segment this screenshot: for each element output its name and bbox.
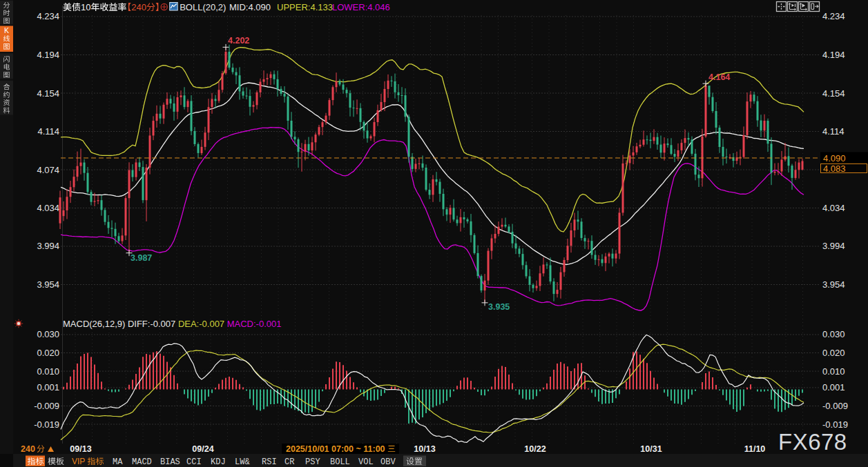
svg-text:K: K <box>4 26 9 34</box>
svg-text:4.154: 4.154 <box>37 88 59 99</box>
svg-text:4.114: 4.114 <box>822 126 845 137</box>
svg-text:3.987: 3.987 <box>131 253 152 263</box>
svg-text:BIAS: BIAS <box>160 457 180 467</box>
svg-text:10/22: 10/22 <box>524 444 546 454</box>
svg-text:11/10: 11/10 <box>744 444 766 454</box>
svg-text:MACD: MACD <box>132 457 152 467</box>
svg-text:4.090: 4.090 <box>823 153 846 163</box>
svg-text:09/13: 09/13 <box>70 444 91 454</box>
svg-text:4.202: 4.202 <box>228 36 249 46</box>
svg-text:4.164: 4.164 <box>708 72 730 82</box>
svg-text:0.020: 0.020 <box>37 348 59 358</box>
svg-text:BOLL: BOLL <box>330 457 350 467</box>
svg-text:4.194: 4.194 <box>37 50 59 60</box>
svg-text:3.994: 3.994 <box>37 241 59 251</box>
svg-text:3.954: 3.954 <box>37 279 59 290</box>
svg-text:MACD(26,12,9) DIFF:-0.007 DE: MACD(26,12,9) DIFF:-0.007 DEA:-0.007 MAC… <box>63 319 281 329</box>
svg-text:KDJ: KDJ <box>211 457 226 467</box>
svg-text:0.001: 0.001 <box>37 382 59 393</box>
svg-text:0.010: 0.010 <box>37 366 59 377</box>
svg-text:RSI: RSI <box>262 457 277 467</box>
svg-text:3.935: 3.935 <box>488 302 510 312</box>
svg-text:4.074: 4.074 <box>37 165 59 175</box>
svg-text:-0.009: -0.009 <box>822 401 848 411</box>
svg-text:-0.019: -0.019 <box>34 419 59 430</box>
svg-text:PSY: PSY <box>305 457 320 467</box>
svg-text:4.234: 4.234 <box>37 11 59 21</box>
svg-text:0.020: 0.020 <box>822 348 845 358</box>
svg-text:3.994: 3.994 <box>822 241 845 251</box>
svg-text:4.114: 4.114 <box>37 126 59 137</box>
svg-text:3.954: 3.954 <box>822 279 845 290</box>
svg-text:VIP: VIP <box>72 457 85 466</box>
svg-text:MA: MA <box>113 457 123 467</box>
svg-text:OBV: OBV <box>380 457 396 467</box>
svg-text:MID:4.090: MID:4.090 <box>229 2 271 12</box>
svg-text:CCI: CCI <box>186 457 202 467</box>
svg-text:LW&: LW& <box>235 457 250 467</box>
svg-text:-0.009: -0.009 <box>34 401 59 411</box>
svg-text:0.030: 0.030 <box>37 329 59 339</box>
svg-text:4.154: 4.154 <box>822 88 845 99</box>
svg-text:CR: CR <box>284 457 294 467</box>
svg-text:240: 240 <box>21 444 35 454</box>
svg-text:FX678: FX678 <box>778 429 847 455</box>
svg-text:0.030: 0.030 <box>822 329 845 339</box>
svg-text:UPPER:4.133: UPPER:4.133 <box>277 2 333 12</box>
svg-text:2025/10/01 07:00 ~ 11:00: 2025/10/01 07:00 ~ 11:00 <box>286 444 385 454</box>
svg-text:VOL: VOL <box>358 457 374 467</box>
svg-text:4.083: 4.083 <box>823 163 846 174</box>
svg-text:BOLL(20,2): BOLL(20,2) <box>180 2 226 12</box>
svg-text:10/13: 10/13 <box>414 444 435 454</box>
svg-text:-0.019: -0.019 <box>822 419 848 430</box>
svg-text:10: 10 <box>81 2 90 12</box>
svg-text:09/24: 09/24 <box>192 444 213 454</box>
svg-text:10/31: 10/31 <box>640 444 662 454</box>
svg-text:0.010: 0.010 <box>822 366 845 377</box>
svg-text:4.034: 4.034 <box>822 203 845 213</box>
svg-text:4.234: 4.234 <box>822 11 845 21</box>
svg-text:LOWER:4.046: LOWER:4.046 <box>332 2 390 12</box>
svg-text:4.194: 4.194 <box>822 50 845 60</box>
svg-text:240: 240 <box>131 2 146 12</box>
svg-text:0.001: 0.001 <box>822 382 845 393</box>
svg-text:4.034: 4.034 <box>37 203 59 213</box>
